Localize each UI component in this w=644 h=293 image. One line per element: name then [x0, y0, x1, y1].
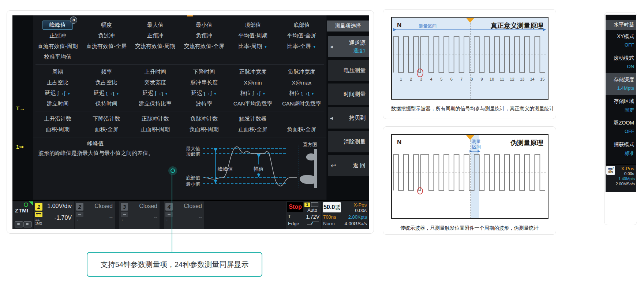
channel-status-block[interactable]: 2-:-Closed-- [75, 201, 115, 229]
measure-item[interactable]: 正预冲 [144, 32, 166, 40]
scope-status-bar: ZTMI 11:1 1MΩ1.00V/div-1.70V2-:-Closed--… [12, 200, 369, 229]
measure-item[interactable]: 延迟 ʅ→ʅ▼ [91, 89, 122, 97]
measure-item[interactable]: 相位 ʃ→ʃ▼ [237, 89, 269, 97]
memory-points: 2.80Kpts [348, 214, 367, 220]
dropdown-arrow-icon[interactable]: ▼ [264, 45, 267, 49]
strip-menu-item[interactable]: 滚动模式ON [606, 52, 636, 73]
measure-item[interactable]: 负预冲 [193, 32, 215, 40]
timebase-scale[interactable]: 50.0 ns/ div [323, 202, 341, 212]
measure-item[interactable]: 下降沿计数 [90, 115, 123, 123]
measure-item[interactable]: 直流有效值-全屏 [83, 42, 130, 50]
xpos-value: 0.00s [341, 208, 367, 213]
strip-menu-item[interactable]: 捕获模式标准 [606, 138, 636, 160]
measure-item[interactable]: 负脉冲宽度 [285, 68, 318, 76]
strip-menu-item[interactable]: 存储深度1.4Mpts [606, 73, 636, 95]
measure-item[interactable]: 负脉冲计数 [187, 115, 221, 123]
measure-item[interactable]: 峰峰值B [42, 21, 73, 30]
sidebar-button[interactable]: 时间测量 [328, 84, 369, 105]
acquisition-state[interactable]: Stop [287, 202, 303, 212]
measure-item[interactable]: X@min [241, 79, 265, 86]
measure-item[interactable]: 幅度 [98, 21, 115, 29]
measure-item[interactable]: 正面积-周期 [138, 126, 173, 133]
dropdown-arrow-icon[interactable]: ▼ [311, 92, 314, 96]
measure-item[interactable]: 负面积-周期 [187, 126, 222, 133]
dropdown-arrow-icon[interactable]: ▼ [165, 92, 168, 96]
gesture-icon[interactable] [23, 221, 32, 227]
strip-menu-item[interactable]: 双ZOOMOFF [606, 116, 636, 138]
sidebar-button[interactable]: ◀拷贝到 [328, 107, 369, 129]
strip-menu-item[interactable]: 存储区域固定 [606, 95, 636, 116]
dropdown-arrow-icon[interactable]: ▼ [67, 92, 71, 96]
measure-item[interactable]: 面积-全屏 [91, 126, 121, 133]
touch-icon[interactable] [15, 221, 23, 227]
pseudo-measurement-panel: N 伪测量原理 测量 区间 传统示波器，只测量触发位置附件一个周期的波形，伪测量… [383, 126, 556, 235]
timebase-status-block[interactable]: 50.0 ns/ div X-Pos 0.00s 700ns 2.80Kpts [322, 201, 368, 229]
measure-item[interactable]: 直流有效值-周期 [35, 42, 81, 50]
measure-item[interactable]: 顶部值 [242, 21, 264, 29]
measure-item[interactable]: X@max [289, 79, 315, 86]
measure-item[interactable]: 正过冲 [46, 32, 69, 40]
measure-item[interactable]: 交流有效值-全屏 [181, 42, 227, 50]
measure-item[interactable]: 波特率 [193, 100, 215, 108]
channel-status-block[interactable]: 3-:-Closed-- [119, 201, 160, 229]
measure-item[interactable]: 上升时间 [141, 68, 169, 76]
measure-item[interactable]: 上升沿计数 [41, 115, 74, 123]
measure-item[interactable]: 平均值-全屏 [284, 32, 319, 40]
measure-item[interactable]: 延迟 ʃ→ʃ▼ [42, 89, 74, 97]
measure-item[interactable]: 面积-周期 [43, 126, 72, 133]
measure-item[interactable]: CAN平均负载率 [231, 100, 276, 108]
dropdown-arrow-icon[interactable]: ▼ [116, 92, 119, 96]
measure-item[interactable]: 正占空比 [44, 79, 72, 86]
trigger-sweep-mode[interactable]: Auto [304, 207, 320, 213]
measure-item[interactable]: 建立时间 [44, 100, 72, 108]
measure-item[interactable]: 校准平均值 [41, 53, 74, 61]
measure-item[interactable]: 底部值 [291, 21, 313, 29]
chevron-left-icon: ◀ [330, 45, 333, 49]
measure-item[interactable]: 触发计数器 [236, 115, 269, 123]
channel-status-block[interactable]: 4-:-Closed-- [164, 201, 204, 229]
period-number: 4 [430, 77, 433, 81]
sidebar-button-label: 返 回 [353, 162, 366, 169]
sidebar-button[interactable]: 电压测量 [328, 60, 369, 81]
sidebar-button[interactable]: ◀通道源通道1 [328, 36, 369, 57]
sidebar-button[interactable]: 清除测量 [328, 131, 369, 152]
measure-item[interactable]: 延迟 ʅ→ʃ▼ [188, 89, 220, 97]
measure-item[interactable]: 下降时间 [190, 68, 218, 76]
dropdown-arrow-icon[interactable]: ▼ [313, 45, 316, 49]
dropdown-arrow-icon[interactable]: ▼ [262, 92, 266, 96]
trigger-type[interactable]: Edge [288, 221, 299, 227]
measure-item[interactable]: 保持时间 [93, 100, 120, 108]
measure-item[interactable]: 负占空比 [93, 79, 120, 86]
measure-item[interactable]: 脉冲串长度 [187, 79, 221, 86]
measure-item[interactable]: 负过冲 [95, 32, 117, 40]
sample-rate: 4.00GSa/s [345, 221, 367, 226]
measure-item[interactable]: 交流有效值-周期 [132, 42, 178, 50]
measure-item[interactable]: 突发宽度 [141, 79, 169, 86]
measure-item[interactable]: 建立保持比率 [136, 100, 175, 108]
brand-block: ZTMI [13, 201, 33, 229]
measure-item[interactable]: 频率 [98, 68, 115, 76]
sidebar-button[interactable]: ↩返 回 [328, 155, 369, 176]
strip-menu-item[interactable]: XY模式OFF [606, 30, 636, 52]
description-text: 波形的峰峰值是指最大值与最小值之间的差值。 [38, 150, 154, 157]
rising-edge-icon [306, 221, 319, 227]
measure-item[interactable]: CAN瞬时负载率 [279, 100, 324, 108]
dropdown-arrow-icon[interactable]: ▼ [214, 92, 217, 96]
measure-item[interactable]: 最小值 [193, 21, 215, 29]
measure-item[interactable]: 正脉冲计数 [139, 115, 172, 123]
measure-item[interactable]: 正面积-全屏 [235, 126, 270, 133]
measure-item[interactable]: 周期 [49, 68, 66, 76]
measure-item[interactable]: 相位 ʅ→ʅ▼ [286, 89, 317, 97]
strip-status-mini: ms/ div X-Pos 0.00s 1.40Mpts 2.00MSa/s [606, 164, 636, 192]
measure-item[interactable]: 比率-全屏▼ [284, 42, 319, 50]
measure-item[interactable]: 平均值-周期 [235, 32, 270, 40]
measure-item[interactable]: 最大值 [144, 21, 166, 29]
trigger-status-block[interactable]: Stop 1 Auto T 1.72V [286, 201, 321, 229]
measure-item[interactable]: 比率-周期▼ [236, 42, 270, 50]
xpos-label: X-Pos [341, 202, 367, 208]
measure-item[interactable]: 负面积-全屏 [284, 126, 319, 133]
measure-item[interactable]: 正脉冲宽度 [236, 68, 269, 76]
description-title: 峰峰值 [41, 140, 150, 147]
channel-status-block[interactable]: 11:1 1MΩ1.00V/div-1.70V [34, 201, 74, 229]
measure-item[interactable]: 延迟 ʃ→ʅ▼ [139, 89, 171, 97]
